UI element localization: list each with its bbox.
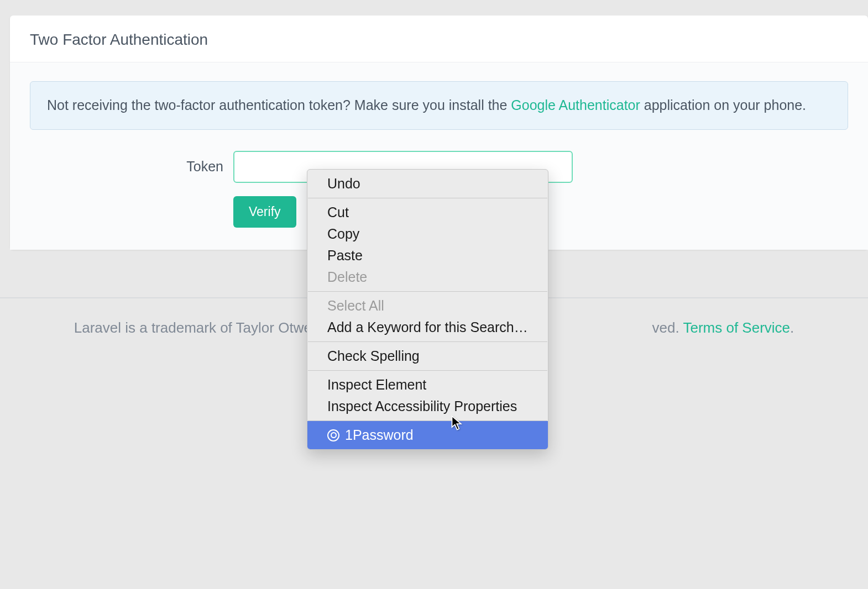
alert-text-before: Not receiving the two-factor authenticat… (47, 97, 511, 113)
menu-item-copy[interactable]: Copy (307, 223, 548, 245)
menu-item-label: Copy (327, 226, 359, 242)
menu-item-label: Select All (327, 298, 384, 314)
token-label: Token (30, 159, 233, 175)
menu-item-label: Delete (327, 269, 367, 285)
google-authenticator-link[interactable]: Google Authenticator (511, 97, 640, 113)
menu-item-label: Check Spelling (327, 348, 420, 364)
onepassword-icon (327, 429, 339, 441)
menu-item-cut[interactable]: Cut (307, 198, 548, 223)
alert-text-after: application on your phone. (640, 97, 806, 113)
menu-item-label: Inspect Accessibility Properties (327, 398, 517, 414)
footer-text-after: ved. (652, 319, 683, 336)
terms-of-service-link[interactable]: Terms of Service (683, 319, 790, 336)
card-title: Two Factor Authentication (10, 15, 868, 62)
menu-item-inspect-accessibility-properties[interactable]: Inspect Accessibility Properties (307, 396, 548, 420)
menu-item-label: Inspect Element (327, 377, 426, 393)
menu-item-delete: Delete (307, 266, 548, 291)
menu-item-add-a-keyword-for-this-search[interactable]: Add a Keyword for this Search… (307, 317, 548, 341)
verify-button[interactable]: Verify (233, 196, 296, 228)
footer-trailing: . (790, 319, 794, 336)
menu-item-label: Paste (327, 248, 363, 264)
info-alert: Not receiving the two-factor authenticat… (30, 81, 848, 130)
menu-item-select-all: Select All (307, 292, 548, 317)
menu-item-paste[interactable]: Paste (307, 245, 548, 266)
menu-item-label: Cut (327, 204, 349, 220)
footer-text-before: Laravel is a trademark of Taylor Otwell (74, 319, 318, 336)
context-menu: UndoCutCopyPasteDeleteSelect AllAdd a Ke… (307, 169, 548, 450)
menu-item-1password[interactable]: 1Password (307, 421, 548, 449)
menu-item-inspect-element[interactable]: Inspect Element (307, 371, 548, 396)
menu-item-undo[interactable]: Undo (307, 170, 548, 198)
menu-item-check-spelling[interactable]: Check Spelling (307, 342, 548, 370)
menu-item-label: 1Password (345, 427, 414, 443)
menu-item-label: Add a Keyword for this Search… (327, 319, 528, 335)
menu-item-label: Undo (327, 176, 360, 192)
